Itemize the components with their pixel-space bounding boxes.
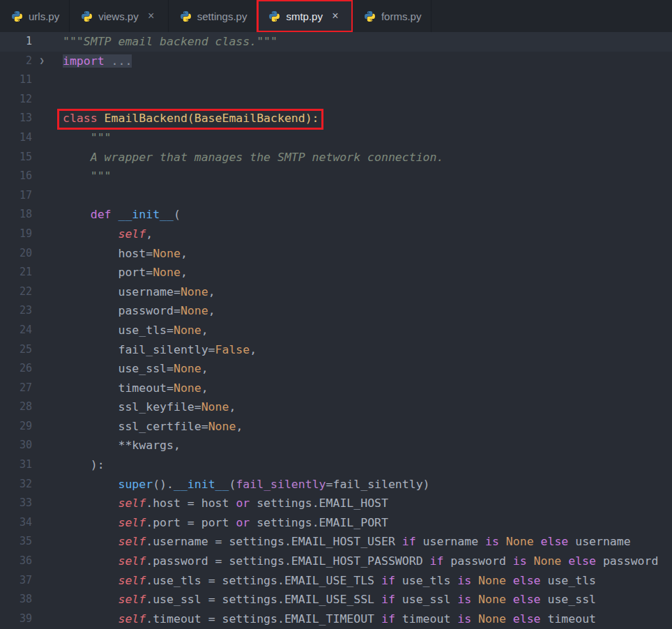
code-token: __init__ [119, 208, 174, 221]
code-text[interactable]: host=None, [52, 244, 672, 264]
code-line-11[interactable]: 11 [0, 70, 672, 90]
code-text[interactable]: self.use_ssl = settings.EMAIL_USE_SSL if… [52, 590, 672, 609]
tab-smtp.py[interactable]: smtp.py× [257, 0, 353, 32]
code-line-21[interactable]: 21 port=None, [0, 263, 672, 282]
tab-forms.py[interactable]: forms.py [353, 0, 432, 32]
code-text[interactable]: self.username = settings.EMAIL_HOST_USER… [52, 532, 672, 552]
code-token: class [63, 112, 98, 125]
line-number: 35 [0, 532, 32, 552]
code-token: or [236, 516, 250, 529]
code-text[interactable]: """SMTP email backend class.""" [52, 32, 672, 52]
code-line-14[interactable]: 14 """ [0, 128, 672, 148]
fold-gutter-spacer [32, 186, 52, 206]
code-text[interactable]: use_ssl=None, [52, 359, 672, 379]
code-line-1[interactable]: 1"""SMTP email backend class.""" [0, 32, 672, 52]
code-text[interactable]: use_tls=None, [52, 321, 672, 340]
line-number: 27 [0, 379, 32, 398]
code-text[interactable] [52, 186, 672, 206]
code-token: is [513, 554, 527, 568]
code-text[interactable]: """ [52, 128, 672, 148]
code-token: , [201, 362, 208, 375]
code-token: self [118, 497, 146, 510]
code-line-19[interactable]: 19 self, [0, 225, 672, 244]
code-line-15[interactable]: 15 A wrapper that manages the SMTP netwo… [0, 148, 672, 167]
code-token: None [534, 554, 562, 568]
code-line-29[interactable]: 29 ssl_certfile=None, [0, 417, 672, 437]
fold-gutter-spacer [32, 263, 52, 282]
code-line-38[interactable]: 38 self.use_ssl = settings.EMAIL_USE_SSL… [0, 590, 672, 609]
code-line-18[interactable]: 18 def __init__( [0, 205, 672, 225]
code-text[interactable]: timeout=None, [52, 379, 672, 398]
code-token: , [201, 324, 208, 337]
code-line-34[interactable]: 34 self.port = port or settings.EMAIL_PO… [0, 513, 672, 533]
code-line-2[interactable]: 2❯import ... [0, 52, 672, 71]
code-text[interactable]: self.use_tls = settings.EMAIL_USE_TLS if… [52, 571, 672, 591]
code-text[interactable] [52, 70, 672, 90]
code-token: timeout [541, 612, 596, 626]
code-token [471, 593, 478, 606]
code-text[interactable]: self.password = settings.EMAIL_HOST_PASS… [52, 552, 672, 571]
code-text[interactable]: port=None, [52, 263, 672, 282]
fold-gutter-spacer [32, 552, 52, 571]
code-token [63, 554, 118, 568]
code-token: password= [63, 304, 181, 317]
fold-gutter-spacer [32, 321, 52, 340]
code-line-13[interactable]: 13class EmailBackend(BaseEmailBackend): [0, 109, 672, 128]
code-line-32[interactable]: 32 super().__init__(fail_silently=fail_s… [0, 475, 672, 494]
code-line-26[interactable]: 26 use_ssl=None, [0, 359, 672, 379]
tab-bar-empty-space [432, 0, 672, 32]
fold-gutter-spacer [32, 397, 52, 417]
code-text[interactable]: import ... [52, 52, 672, 71]
code-text[interactable]: def __init__( [52, 205, 672, 225]
code-line-16[interactable]: 16 """ [0, 167, 672, 186]
code-line-36[interactable]: 36 self.password = settings.EMAIL_HOST_P… [0, 552, 672, 571]
tab-views.py[interactable]: views.py× [70, 0, 169, 32]
line-number: 1 [0, 32, 32, 52]
code-line-33[interactable]: 33 self.host = host or settings.EMAIL_HO… [0, 494, 672, 513]
code-line-31[interactable]: 31 ): [0, 455, 672, 475]
code-token: None [153, 266, 181, 279]
code-text[interactable]: username=None, [52, 282, 672, 302]
fold-chevron-icon[interactable]: ❯ [32, 52, 52, 71]
code-line-25[interactable]: 25 fail_silently=False, [0, 340, 672, 360]
code-token: else [513, 612, 541, 626]
code-token: password [596, 554, 658, 568]
code-text[interactable]: class EmailBackend(BaseEmailBackend): [52, 109, 672, 128]
code-line-22[interactable]: 22 username=None, [0, 282, 672, 302]
code-line-28[interactable]: 28 ssl_keyfile=None, [0, 397, 672, 417]
code-line-24[interactable]: 24 use_tls=None, [0, 321, 672, 340]
code-text[interactable]: self.host = host or settings.EMAIL_HOST [52, 494, 672, 513]
code-text[interactable]: fail_silently=False, [52, 340, 672, 360]
code-token: use_ssl [395, 593, 457, 606]
code-token: settings.EMAIL_PORT [250, 516, 388, 529]
code-line-37[interactable]: 37 self.use_tls = settings.EMAIL_USE_TLS… [0, 571, 672, 591]
code-text[interactable]: password=None, [52, 301, 672, 321]
close-icon[interactable]: × [328, 9, 342, 23]
line-number: 26 [0, 359, 32, 379]
code-token [63, 227, 118, 241]
code-line-23[interactable]: 23 password=None, [0, 301, 672, 321]
code-line-27[interactable]: 27 timeout=None, [0, 379, 672, 398]
code-text[interactable]: A wrapper that manages the SMTP network … [52, 148, 672, 167]
code-text[interactable]: ssl_keyfile=None, [52, 397, 672, 417]
tab-urls.py[interactable]: urls.py [0, 0, 70, 32]
code-line-20[interactable]: 20 host=None, [0, 244, 672, 264]
code-text[interactable]: super().__init__(fail_silently=fail_sile… [52, 475, 672, 494]
code-line-35[interactable]: 35 self.username = settings.EMAIL_HOST_U… [0, 532, 672, 552]
code-text[interactable]: self, [52, 225, 672, 244]
code-text[interactable]: ): [52, 455, 672, 475]
code-text[interactable]: """ [52, 167, 672, 186]
code-line-12[interactable]: 12 [0, 90, 672, 109]
code-line-17[interactable]: 17 [0, 186, 672, 206]
code-line-39[interactable]: 39 self.timeout = settings.EMAIL_TIMEOUT… [0, 609, 672, 629]
code-text[interactable]: self.timeout = settings.EMAIL_TIMEOUT if… [52, 609, 672, 629]
code-text[interactable]: **kwargs, [52, 436, 672, 455]
code-text[interactable]: ssl_certfile=None, [52, 417, 672, 437]
line-number: 29 [0, 417, 32, 437]
code-line-30[interactable]: 30 **kwargs, [0, 436, 672, 455]
code-text[interactable]: self.port = port or settings.EMAIL_PORT [52, 513, 672, 533]
line-number: 17 [0, 186, 32, 206]
close-icon[interactable]: × [144, 9, 158, 23]
code-text[interactable] [52, 90, 672, 109]
tab-settings.py[interactable]: settings.py [169, 0, 258, 32]
